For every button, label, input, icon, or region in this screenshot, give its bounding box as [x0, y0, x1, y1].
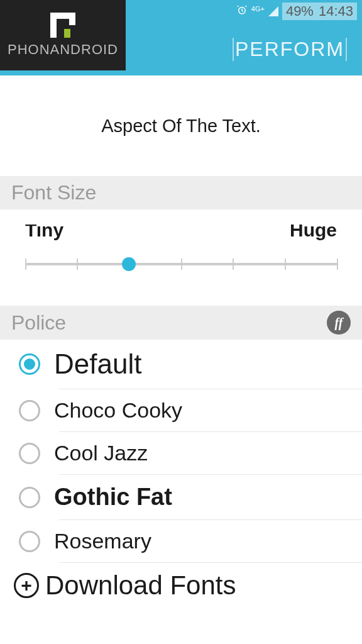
font-size-section: Font Size Tiny Huge	[0, 176, 362, 296]
font-family-header: Police ff	[0, 306, 362, 340]
font-family-section: Police ff DefaultChoco CookyCool JazzGot…	[0, 306, 362, 609]
download-fonts-label: Download Fonts	[45, 570, 236, 601]
font-size-slider-box: Tiny Huge	[0, 209, 362, 296]
font-option-label: Cool Jazz	[54, 441, 148, 465]
font-option-label: Choco Cooky	[54, 398, 182, 423]
battery-pct: 49%	[286, 3, 314, 19]
font-option[interactable]: Default	[0, 340, 362, 389]
text-preview: Aspect Of The Text.	[0, 75, 362, 176]
radio-icon	[19, 443, 40, 464]
slider-thumb[interactable]	[122, 257, 136, 271]
radio-icon	[19, 531, 40, 552]
alarm-icon	[236, 4, 248, 19]
brand-logo-icon	[50, 13, 75, 38]
font-option[interactable]: Gothic Fat	[0, 475, 362, 519]
preview-text: Aspect Of The Text.	[101, 116, 261, 136]
font-option[interactable]: Rosemary	[0, 520, 362, 562]
radio-icon	[19, 487, 40, 508]
plus-icon: +	[14, 573, 39, 598]
font-option[interactable]: Cool Jazz	[0, 432, 362, 474]
slider-min-label: Tiny	[25, 225, 63, 242]
status-icons: 4G+ 49% 14:43	[236, 3, 357, 20]
clock: 14:43	[319, 3, 353, 19]
font-option[interactable]: Choco Cooky	[0, 389, 362, 431]
slider-tick	[181, 258, 182, 270]
font-option-label: Default	[54, 348, 141, 380]
font-size-slider[interactable]	[25, 256, 337, 271]
font-family-title: Police	[11, 311, 66, 335]
slider-tick	[25, 258, 26, 270]
font-option-label: Gothic Fat	[54, 484, 172, 511]
network-type: 4G+	[251, 6, 265, 13]
font-list: DefaultChoco CookyCool JazzGothic FatRos…	[0, 340, 362, 609]
slider-tick	[233, 258, 234, 270]
brand-logo-text: PHONANDROID	[8, 42, 118, 58]
radio-icon	[19, 353, 40, 375]
download-fonts[interactable]: +Download Fonts	[0, 563, 362, 609]
slider-tick	[285, 258, 286, 270]
font-size-title: Font Size	[11, 181, 96, 204]
battery-indicator: 49% 14:43	[282, 3, 357, 20]
slider-labels: Tiny Huge	[25, 225, 337, 242]
signal-icon	[268, 6, 278, 16]
header-title: PERFORM	[233, 38, 347, 61]
brand-logo: PHONANDROID	[0, 0, 126, 70]
slider-tick	[77, 258, 78, 270]
slider-max-label: Huge	[290, 225, 337, 242]
slider-tick	[337, 258, 338, 270]
font-option-label: Rosemary	[54, 529, 151, 553]
radio-icon	[19, 400, 40, 421]
font-flip-icon[interactable]: ff	[327, 311, 351, 335]
font-size-header: Font Size	[0, 176, 362, 209]
